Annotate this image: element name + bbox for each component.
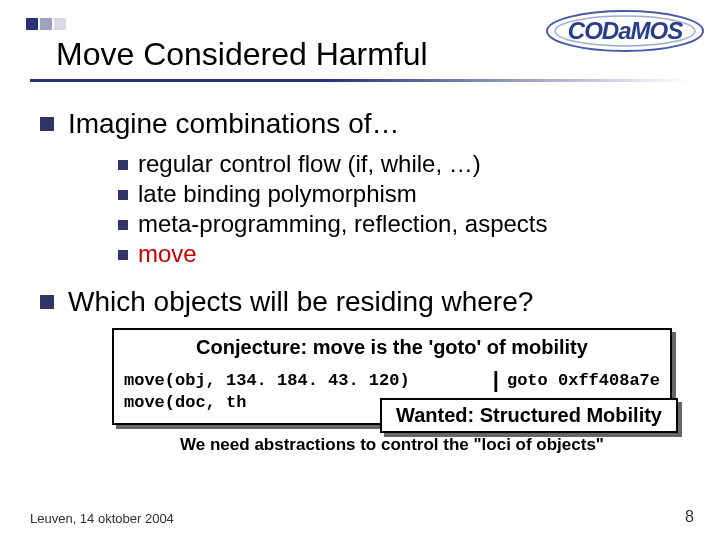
need-abstractions-text: We need abstractions to control the "loc… (112, 435, 672, 455)
square-bullet-icon (118, 190, 128, 200)
sub-bullet-list: regular control flow (if, while, …) late… (118, 150, 680, 268)
code-separator: | (485, 367, 507, 393)
header-accent-squares (26, 18, 66, 30)
sub-bullet-4-text: move (138, 240, 197, 268)
bullet-main-2: Which objects will be residing where? (40, 286, 680, 318)
square-bullet-icon (118, 250, 128, 260)
square-bullet-icon (118, 160, 128, 170)
footer-location: Leuven, 14 oktober 2004 (30, 511, 174, 526)
title-underline (30, 79, 690, 82)
slide-header: CODaMOS Move Considered Harmful (0, 0, 720, 90)
sub-bullet-2-text: late binding polymorphism (138, 180, 417, 208)
brand-logo: CODaMOS (540, 6, 710, 56)
square-bullet-icon (118, 220, 128, 230)
square-bullet-icon (40, 117, 54, 131)
page-number: 8 (685, 508, 694, 526)
bullet-main-1: Imagine combinations of… (40, 108, 680, 140)
bullet-main-2-text: Which objects will be residing where? (68, 286, 533, 318)
sub-bullet-2: late binding polymorphism (118, 180, 680, 208)
wanted-overlay-box: Wanted: Structured Mobility (380, 398, 678, 433)
bullet-main-1-text: Imagine combinations of… (68, 108, 400, 140)
square-bullet-icon (40, 295, 54, 309)
code-move-1: move(obj, 134. 184. 43. 120) (124, 371, 485, 390)
sub-bullet-3: meta-programming, reflection, aspects (118, 210, 680, 238)
svg-text:CODaMOS: CODaMOS (568, 17, 683, 44)
slide-body: Imagine combinations of… regular control… (0, 90, 720, 455)
code-row-1: move(obj, 134. 184. 43. 120) | goto 0xff… (124, 367, 660, 393)
conjecture-title: Conjecture: move is the 'goto' of mobili… (124, 336, 660, 359)
sub-bullet-4: move (118, 240, 680, 268)
conjecture-container: Conjecture: move is the 'goto' of mobili… (112, 328, 672, 455)
sub-bullet-1: regular control flow (if, while, …) (118, 150, 680, 178)
sub-bullet-1-text: regular control flow (if, while, …) (138, 150, 481, 178)
code-goto-1: goto 0xff408a7e (507, 371, 660, 390)
sub-bullet-3-text: meta-programming, reflection, aspects (138, 210, 548, 238)
